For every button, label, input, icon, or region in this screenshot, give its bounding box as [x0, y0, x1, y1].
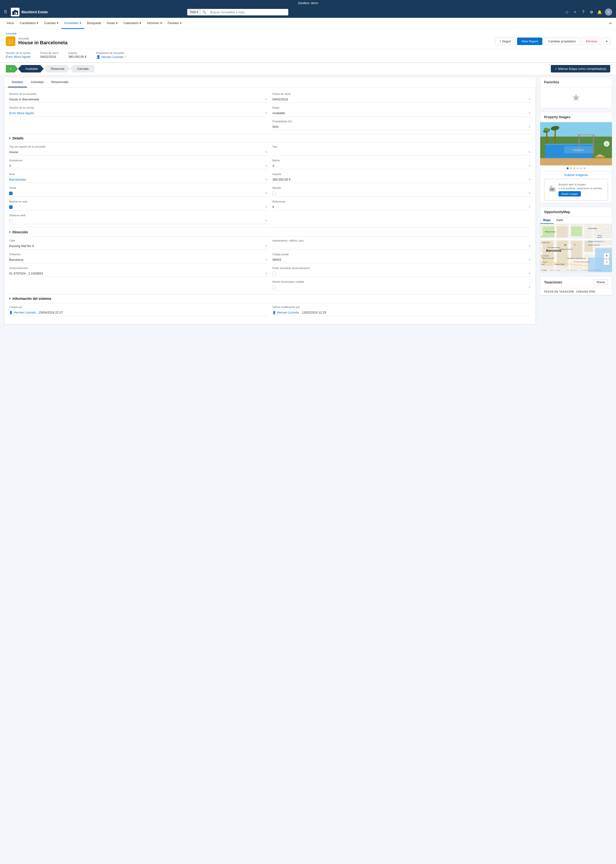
- avatar[interactable]: H: [605, 8, 612, 16]
- svg-rect-11: [546, 132, 547, 144]
- meta-owner-value[interactable]: Hernan Lizondo: [101, 55, 123, 59]
- tab-detalles[interactable]: Detalles: [8, 77, 27, 87]
- needs-geo-edit-icon[interactable]: ✎: [528, 285, 531, 289]
- street-value: Passeig Mar'tim 8 ✎: [9, 243, 267, 249]
- svg-rect-38: [571, 227, 582, 236]
- property-name-edit-icon[interactable]: ✎: [265, 98, 267, 101]
- logo[interactable]: Blackbird Estate: [11, 8, 48, 16]
- nav-paneles[interactable]: Paneles ▾: [165, 18, 185, 29]
- bedrooms-edit-icon[interactable]: ✎: [265, 164, 267, 167]
- follow-button[interactable]: + Seguir: [495, 38, 515, 45]
- avoid-geo-checkbox[interactable]: [272, 272, 276, 275]
- account-name-edit-icon[interactable]: ✎: [265, 112, 267, 115]
- close-date-edit-icon[interactable]: ✎: [528, 98, 531, 101]
- image-dot-2[interactable]: [570, 167, 572, 169]
- settings-icon[interactable]: ⚙: [589, 9, 594, 15]
- complete-stage-button[interactable]: ✓ Marcar Etapa como completado(a): [551, 65, 610, 73]
- svg-rect-0: [12, 12, 15, 15]
- address-section-header[interactable]: ▾ Dirección: [9, 227, 531, 237]
- reference-edit-icon[interactable]: ✎: [528, 205, 531, 209]
- stage-available[interactable]: Available: [18, 65, 44, 73]
- search-input[interactable]: [207, 9, 288, 16]
- nav-inmuebles[interactable]: Inmuebles ▾: [61, 18, 84, 29]
- favorites-icon[interactable]: ☆: [564, 9, 570, 15]
- rent-edit-icon[interactable]: ✎: [528, 192, 531, 195]
- nav-candidatos[interactable]: Candidatos ▾: [17, 18, 41, 29]
- stage-edit-icon[interactable]: ✎: [528, 112, 531, 115]
- image-dot-3[interactable]: [574, 167, 575, 169]
- nav-cuentas[interactable]: Cuentas ▾: [41, 18, 61, 29]
- rent-checkbox[interactable]: [272, 192, 276, 195]
- image-dot-4[interactable]: [577, 167, 579, 169]
- grid-icon[interactable]: ⠿: [4, 9, 7, 15]
- view-report-button[interactable]: View Report: [517, 38, 542, 45]
- order-images-button[interactable]: Ordenar imágenes: [544, 173, 608, 177]
- meta-amount-label: Importe: [68, 52, 86, 54]
- nav-calendario[interactable]: Calendario ▾: [121, 18, 144, 29]
- svg-text:📍Hotel W Barcelona: 📍Hotel W Barcelona: [574, 261, 590, 263]
- delete-button[interactable]: Eliminar: [582, 38, 601, 45]
- tab-relacionado[interactable]: Relacionado: [47, 77, 72, 87]
- needs-geo-checkbox[interactable]: [272, 285, 276, 289]
- highlight-edit-icon[interactable]: ✎: [265, 219, 267, 222]
- avoid-geo-edit-icon[interactable]: ✎: [528, 272, 531, 275]
- favorites-star[interactable]: ★: [540, 87, 612, 108]
- map-zoom-out-button[interactable]: −: [604, 259, 610, 265]
- account-name-value: Enric Mora Agudo ✎: [9, 110, 267, 117]
- sale-checkbox[interactable]: ✓: [9, 192, 13, 195]
- reference-label: Referencia: [272, 200, 531, 203]
- highlight-checkbox[interactable]: [9, 219, 13, 222]
- apt-edit-icon[interactable]: ✎: [528, 244, 531, 248]
- apt-label: Apartamento, edificio, piso..: [272, 239, 531, 242]
- system-section-header[interactable]: ▾ Información del sistema: [9, 294, 531, 303]
- map-tab-satellite[interactable]: Satél: [553, 217, 566, 224]
- amount-edit-icon[interactable]: ✎: [528, 178, 531, 181]
- nav-inicio[interactable]: Inicio: [4, 18, 17, 29]
- sale-edit-icon[interactable]: ✎: [265, 192, 267, 195]
- geo-edit-icon[interactable]: ✎: [265, 272, 267, 275]
- property-name-value: House in Barceloneta ✎: [9, 96, 267, 103]
- image-dot-6[interactable]: [583, 167, 585, 169]
- tab-actividad[interactable]: Actividad: [27, 77, 47, 87]
- add-image-button[interactable]: Añadir imagen: [558, 191, 581, 197]
- city-edit-icon[interactable]: ✎: [265, 258, 267, 262]
- street-edit-icon[interactable]: ✎: [265, 244, 267, 248]
- opportunity-map-section: OpportunityMap Mapa Satél: [540, 207, 612, 272]
- needs-geo-label: Needs Geolocation Update: [272, 280, 531, 283]
- probability-edit-icon[interactable]: ✎: [528, 125, 531, 129]
- image-dot-5[interactable]: [580, 167, 582, 169]
- nav-busqueda[interactable]: Búsqueda: [84, 18, 104, 29]
- image-next-arrow[interactable]: ›: [604, 141, 610, 147]
- map-svg: Plaza de toros Kazzmatzaz Playa Barcel N…: [540, 224, 612, 272]
- type-edit-icon[interactable]: ✎: [528, 150, 531, 154]
- nav-informes[interactable]: Informes ▾: [144, 18, 165, 29]
- map-expand-button[interactable]: ⤢: [606, 225, 610, 230]
- map-zoom-in-button[interactable]: +: [604, 253, 610, 259]
- property-type-edit-icon[interactable]: ✎: [265, 150, 267, 154]
- notifications-icon[interactable]: 🔔: [597, 9, 602, 15]
- nueva-button[interactable]: Nueva: [593, 279, 608, 285]
- stage-cerrada[interactable]: Cerrada: [70, 65, 94, 73]
- header-more-button[interactable]: ▾: [603, 38, 610, 45]
- meta-amount: Importe 380.000,00 €: [68, 52, 86, 59]
- add-icon[interactable]: +: [572, 9, 578, 15]
- meta-account-value[interactable]: Enric Mora Agudo: [6, 55, 31, 58]
- help-icon[interactable]: ?: [580, 9, 586, 15]
- nav-areas[interactable]: Áreas ▾: [104, 18, 121, 29]
- bathrooms-edit-icon[interactable]: ✎: [528, 164, 531, 167]
- svg-text:irador del Colón: irador del Colón: [543, 257, 555, 259]
- postal-edit-icon[interactable]: ✎: [528, 258, 531, 262]
- search-type-dropdown[interactable]: Todo ▾: [187, 9, 201, 15]
- nav-edit-icon[interactable]: ✏: [609, 21, 612, 26]
- svg-rect-27: [540, 238, 612, 240]
- show-web-checkbox[interactable]: ✓: [9, 205, 13, 209]
- stage-reserved[interactable]: Reserved: [44, 65, 70, 73]
- show-web-edit-icon[interactable]: ✎: [265, 205, 267, 209]
- details-section-header[interactable]: ▾ Details: [9, 134, 531, 143]
- map-tab-map[interactable]: Mapa: [540, 217, 553, 224]
- image-dot-1[interactable]: [567, 167, 569, 169]
- owner-edit-icon[interactable]: ✎: [124, 55, 127, 58]
- change-owner-button[interactable]: Cambiar propietario: [544, 38, 580, 45]
- stage-done[interactable]: ✓: [6, 65, 18, 73]
- area-edit-icon[interactable]: ✎: [265, 178, 267, 181]
